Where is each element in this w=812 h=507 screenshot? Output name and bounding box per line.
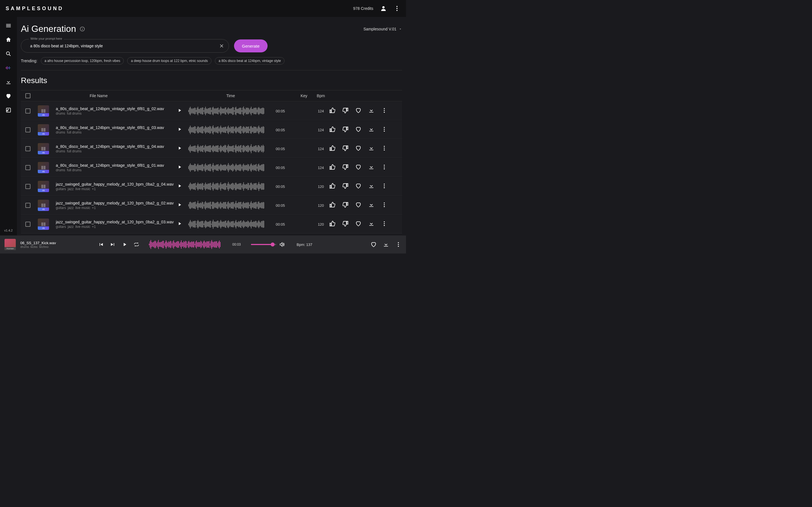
trending-chip[interactable]: a deep house drum loops at 122 bpm, etni… xyxy=(127,57,211,64)
svg-point-32 xyxy=(384,221,385,223)
row-checkbox[interactable] xyxy=(26,146,31,151)
player-thumbnail[interactable]: Human xyxy=(4,239,16,250)
row-checkbox[interactable] xyxy=(26,184,31,189)
row-thumbnail[interactable]: ⫴⫴ AI xyxy=(38,105,49,117)
download-icon[interactable] xyxy=(368,183,374,189)
download-icon[interactable] xyxy=(368,145,374,151)
prompt-input[interactable] xyxy=(21,39,229,53)
trending-label: Trending: xyxy=(21,59,38,63)
trending-chip[interactable]: a afro house percussion loop, 120bpm, fr… xyxy=(41,57,124,64)
download-icon[interactable] xyxy=(368,126,374,132)
svg-rect-7 xyxy=(8,67,8,68)
waveform[interactable] xyxy=(188,163,273,173)
downloads-icon[interactable] xyxy=(5,79,11,85)
thumbs-up-icon[interactable] xyxy=(329,107,336,114)
play-icon[interactable] xyxy=(177,108,182,113)
favorite-icon[interactable] xyxy=(355,221,361,227)
row-checkbox[interactable] xyxy=(26,203,31,208)
ai-generation-icon[interactable] xyxy=(5,65,11,71)
waveform[interactable] xyxy=(188,219,273,229)
waveform[interactable] xyxy=(188,106,273,116)
home-icon[interactable] xyxy=(5,37,11,43)
row-checkbox[interactable] xyxy=(26,127,31,132)
more-icon[interactable] xyxy=(381,126,388,132)
download-icon[interactable] xyxy=(368,164,374,170)
favorite-icon[interactable] xyxy=(355,183,361,189)
thumbs-down-icon[interactable] xyxy=(342,164,349,170)
info-icon[interactable] xyxy=(80,26,85,32)
thumbs-down-icon[interactable] xyxy=(342,183,349,189)
play-icon[interactable] xyxy=(177,221,182,226)
model-select[interactable]: Samplesound V.01 xyxy=(363,27,402,31)
svg-point-31 xyxy=(384,206,385,207)
more-icon[interactable] xyxy=(381,145,388,151)
waveform[interactable] xyxy=(188,200,273,210)
play-icon[interactable] xyxy=(177,146,182,151)
row-checkbox[interactable] xyxy=(26,222,31,227)
favorites-icon[interactable] xyxy=(5,93,11,99)
row-thumbnail[interactable]: ⫴⫴ AI xyxy=(38,181,49,192)
more-icon[interactable] xyxy=(381,164,388,170)
thumbs-down-icon[interactable] xyxy=(342,126,349,132)
row-thumbnail[interactable]: ⫴⫴ AI xyxy=(38,124,49,135)
row-thumbnail[interactable]: ⫴⫴ AI xyxy=(38,200,49,211)
row-thumbnail[interactable]: ⫴⫴ AI xyxy=(38,219,49,230)
play-icon[interactable] xyxy=(122,242,128,247)
play-icon[interactable] xyxy=(177,202,182,207)
waveform[interactable] xyxy=(188,181,273,191)
more-menu-icon[interactable] xyxy=(394,5,400,12)
favorite-icon[interactable] xyxy=(370,241,377,247)
play-icon[interactable] xyxy=(177,127,182,132)
download-icon[interactable] xyxy=(368,221,374,227)
more-icon[interactable] xyxy=(381,183,388,189)
library-icon[interactable] xyxy=(5,107,11,113)
download-icon[interactable] xyxy=(368,107,374,114)
more-icon[interactable] xyxy=(381,221,388,227)
more-icon[interactable] xyxy=(381,107,388,114)
next-track-icon[interactable] xyxy=(110,242,116,247)
menu-icon[interactable] xyxy=(5,22,11,29)
favorite-icon[interactable] xyxy=(355,202,361,208)
volume-slider[interactable] xyxy=(251,244,276,245)
download-icon[interactable] xyxy=(368,202,374,208)
thumbs-up-icon[interactable] xyxy=(329,126,336,132)
player-waveform[interactable] xyxy=(149,239,225,249)
prompt-label: Write your prompt here xyxy=(29,37,64,40)
account-icon[interactable] xyxy=(380,5,387,12)
download-icon[interactable] xyxy=(383,241,389,247)
row-time: 00:05 xyxy=(273,128,296,132)
prev-track-icon[interactable] xyxy=(98,242,104,247)
favorite-icon[interactable] xyxy=(355,126,361,132)
search-icon[interactable] xyxy=(5,51,11,57)
row-time: 00:05 xyxy=(273,222,296,226)
row-thumbnail[interactable]: ⫴⫴ AI xyxy=(38,143,49,154)
generate-button[interactable]: Generate xyxy=(234,40,267,52)
row-thumbnail[interactable]: ⫴⫴ AI xyxy=(38,162,49,173)
favorite-icon[interactable] xyxy=(355,107,361,114)
thumbs-up-icon[interactable] xyxy=(329,202,336,208)
loop-icon[interactable] xyxy=(134,242,139,247)
favorite-icon[interactable] xyxy=(355,164,361,170)
select-all-checkbox[interactable] xyxy=(26,93,31,98)
clear-icon[interactable] xyxy=(219,43,224,49)
play-icon[interactable] xyxy=(177,183,182,188)
thumbs-down-icon[interactable] xyxy=(342,145,349,151)
waveform[interactable] xyxy=(188,125,273,135)
thumbs-up-icon[interactable] xyxy=(329,145,336,151)
thumbs-up-icon[interactable] xyxy=(329,183,336,189)
thumbs-down-icon[interactable] xyxy=(342,202,349,208)
waveform[interactable] xyxy=(188,144,273,154)
more-icon[interactable] xyxy=(395,241,402,247)
trending-chip[interactable]: a 80s disco beat at 124bpm, vintage styl… xyxy=(215,57,285,64)
thumbs-up-icon[interactable] xyxy=(329,164,336,170)
play-icon[interactable] xyxy=(177,165,182,170)
svg-point-23 xyxy=(384,165,385,166)
thumbs-down-icon[interactable] xyxy=(342,221,349,227)
more-icon[interactable] xyxy=(381,202,388,208)
thumbs-down-icon[interactable] xyxy=(342,107,349,114)
volume-icon[interactable] xyxy=(279,242,285,247)
row-checkbox[interactable] xyxy=(26,165,31,170)
favorite-icon[interactable] xyxy=(355,145,361,151)
thumbs-up-icon[interactable] xyxy=(329,221,336,227)
row-checkbox[interactable] xyxy=(26,108,31,114)
